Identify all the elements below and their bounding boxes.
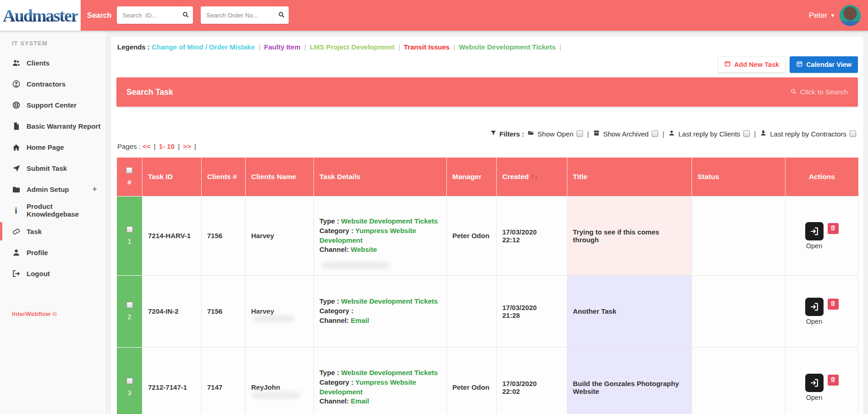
delete-task-button[interactable] bbox=[828, 299, 839, 310]
sidebar-item-label: Home Page bbox=[27, 143, 64, 151]
search-order-button[interactable] bbox=[273, 6, 289, 24]
user-icon bbox=[11, 248, 21, 257]
sidebar-item-contractors[interactable]: Contractors bbox=[0, 73, 106, 94]
show-archived-checkbox[interactable] bbox=[652, 131, 658, 137]
user-avatar[interactable] bbox=[840, 5, 861, 26]
client-name-cell: Harvey bbox=[246, 275, 314, 347]
legend-transit-issues: Transit Issues bbox=[404, 43, 450, 51]
manager-cell: Peter Odon bbox=[447, 196, 497, 275]
pagination-prev[interactable]: << bbox=[143, 142, 151, 150]
created-cell: 17/03/2020 21:28 bbox=[497, 275, 567, 347]
sidebar-item-admin-setup[interactable]: Admin Setup + bbox=[0, 179, 106, 200]
client-name-cell: ReyJohn bbox=[246, 347, 314, 414]
delete-task-button[interactable] bbox=[828, 223, 839, 234]
open-task-button[interactable]: Open bbox=[805, 298, 824, 325]
sidebar-item-home-page[interactable]: Home Page bbox=[0, 136, 106, 158]
search-id-button[interactable] bbox=[177, 6, 193, 24]
calendar-icon bbox=[796, 60, 803, 69]
toolbar: Add New Task Calendar View bbox=[111, 51, 863, 73]
header-status: Status bbox=[692, 158, 786, 196]
header-manager: Manager bbox=[447, 158, 497, 196]
table-row: 1 7214-HARV-1 7156 Harvey Type : Website… bbox=[117, 196, 858, 275]
open-task-button[interactable]: Open bbox=[805, 222, 824, 250]
sort-desc-icon[interactable]: ↓ bbox=[534, 172, 538, 181]
task-channel-link[interactable]: Email bbox=[351, 316, 369, 324]
task-type-link[interactable]: Website Development Tickets bbox=[341, 217, 438, 225]
open-icon bbox=[805, 298, 824, 316]
status-cell bbox=[692, 196, 786, 275]
table-row: 3 7212-7147-1 7147 ReyJohn Type : Websit… bbox=[117, 347, 858, 414]
row-number: 1 bbox=[127, 237, 131, 245]
legend-separator: | bbox=[396, 43, 402, 51]
sidebar-item-basic-warranty-report[interactable]: Basic Warranty Report bbox=[0, 115, 106, 136]
folder-icon bbox=[11, 185, 21, 194]
sidebar-item-clients[interactable]: Clients bbox=[0, 52, 106, 73]
task-id-cell: 7204-IN-2 bbox=[143, 275, 202, 347]
task-channel-link[interactable]: Website bbox=[351, 245, 377, 253]
actions-cell: Open bbox=[786, 347, 858, 414]
select-all-checkbox[interactable] bbox=[126, 167, 132, 174]
row-checkbox[interactable] bbox=[126, 302, 133, 308]
calendar-view-button[interactable]: Calendar View bbox=[790, 56, 858, 73]
sidebar-item-task[interactable]: Task bbox=[0, 221, 106, 242]
show-open-checkbox[interactable] bbox=[577, 131, 583, 137]
sidebar-item-submit-task[interactable]: Submit Task bbox=[0, 158, 106, 179]
task-type-link[interactable]: Website Development Tickets bbox=[341, 297, 438, 305]
task-details-cell: Type : Website Development Tickets Categ… bbox=[314, 196, 447, 275]
legend-separator: | bbox=[451, 43, 457, 51]
legend-lms-project: LMS Project Development bbox=[310, 43, 395, 51]
user-menu[interactable]: Peter ▾ bbox=[809, 0, 861, 31]
file-icon bbox=[11, 122, 21, 131]
client-name-cell: Harvey bbox=[246, 196, 314, 275]
last-reply-contractors-checkbox[interactable] bbox=[850, 131, 856, 137]
app-logo-box: Audmaster bbox=[0, 0, 81, 31]
task-channel-link[interactable]: Email bbox=[351, 397, 369, 405]
sidebar-item-logout[interactable]: Logout bbox=[0, 263, 106, 284]
search-id-input[interactable] bbox=[117, 6, 177, 24]
sidebar-item-support-center[interactable]: Support Center bbox=[0, 94, 106, 115]
sort-asc-icon[interactable]: ↑ bbox=[531, 172, 534, 181]
trash-icon bbox=[830, 225, 836, 232]
open-task-button[interactable]: Open bbox=[805, 374, 824, 401]
open-icon bbox=[805, 374, 824, 392]
header-clients-name: Clients Name bbox=[246, 158, 314, 196]
expand-plus-icon[interactable]: + bbox=[93, 185, 97, 193]
sidebar-item-product-knowledgebase[interactable]: i Product Knowledgebase bbox=[0, 200, 106, 221]
task-id-cell: 7214-HARV-1 bbox=[143, 196, 202, 275]
filter-separator: | bbox=[753, 130, 757, 138]
legend-separator: | bbox=[558, 43, 563, 51]
search-order-input[interactable] bbox=[201, 6, 273, 24]
sidebar-item-label: Support Center bbox=[27, 101, 77, 109]
search-task-title: Search Task bbox=[126, 87, 173, 97]
redacted-blur bbox=[321, 261, 390, 269]
row-checkbox[interactable] bbox=[126, 378, 133, 384]
row-checkbox[interactable] bbox=[126, 226, 133, 233]
add-new-task-button[interactable]: Add New Task bbox=[718, 56, 786, 73]
last-reply-clients-checkbox[interactable] bbox=[743, 131, 750, 137]
sidebar-item-label: Product Knowledgebase bbox=[27, 202, 106, 218]
header-created[interactable]: Created ↑↓ bbox=[497, 158, 567, 196]
trash-icon bbox=[830, 300, 836, 308]
pagination-separator: | bbox=[153, 142, 157, 150]
sidebar-item-label: Profile bbox=[27, 249, 48, 256]
sidebar-item-label: Admin Setup bbox=[27, 185, 69, 193]
top-bar: Audmaster Search Peter ▾ bbox=[0, 0, 868, 31]
pagination-separator: | bbox=[193, 142, 198, 150]
open-icon bbox=[805, 222, 824, 240]
status-cell bbox=[692, 275, 786, 347]
app-logo: Audmaster bbox=[3, 5, 78, 26]
click-to-search[interactable]: Click to Search bbox=[790, 88, 848, 97]
legend-separator: | bbox=[302, 43, 308, 51]
client-no-cell: 7147 bbox=[202, 347, 246, 414]
sidebar-item-profile[interactable]: Profile bbox=[0, 242, 106, 263]
header-task-id: Task ID bbox=[143, 158, 202, 196]
home-icon bbox=[11, 143, 21, 152]
delete-task-button[interactable] bbox=[828, 375, 839, 386]
pagination-next[interactable]: >> bbox=[183, 142, 191, 150]
filter-last-reply-contractors-label: Last reply by Contractors bbox=[770, 130, 846, 138]
table-row: 2 7204-IN-2 7156 Harvey Type : Website D… bbox=[117, 275, 858, 347]
task-type-link[interactable]: Website Development Tickets bbox=[341, 369, 438, 376]
actions-cell: Open bbox=[786, 275, 858, 347]
pagination-range[interactable]: 1- 10 bbox=[159, 142, 175, 150]
title-cell: Build the Gonzales Photography Website bbox=[567, 347, 692, 414]
